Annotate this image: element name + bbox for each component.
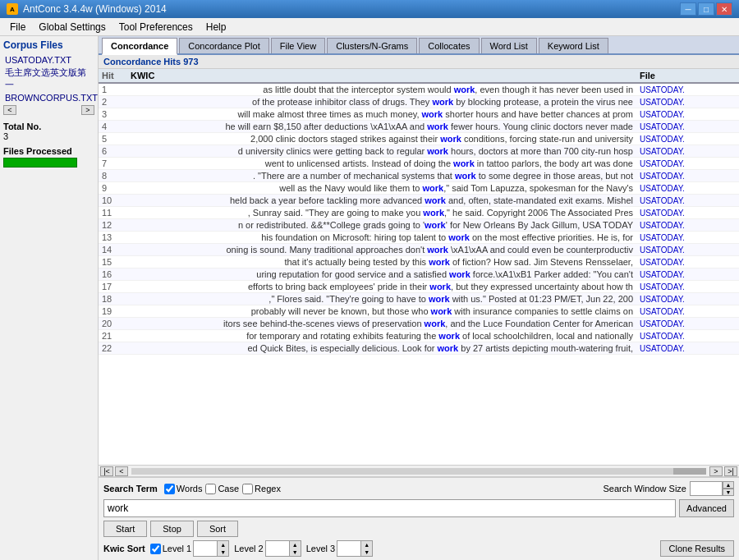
col-header-kwic: KWIC (127, 69, 636, 83)
case-label: Case (218, 484, 239, 493)
concordance-hits-count: 973 (183, 57, 198, 67)
table-row[interactable]: 14oning is sound. Many traditional appro… (99, 244, 739, 256)
table-row[interactable]: 12n or redistributed. &&**College grads … (99, 219, 739, 232)
tab-keyword-list[interactable]: Keyword List (539, 38, 608, 53)
regex-label: Regex (255, 484, 281, 493)
level3-value[interactable]: 3R (337, 541, 360, 556)
table-row[interactable]: 15that it's actually being tested by thi… (99, 256, 739, 269)
cell-file: USATODAY. (636, 182, 739, 195)
level1-value[interactable]: 1R (194, 541, 217, 556)
table-row[interactable]: 21for temporary and rotating exhibits fe… (99, 330, 739, 342)
regex-checkbox[interactable] (242, 484, 253, 494)
table-row[interactable]: 18," Flores said. "They're going to have… (99, 293, 739, 305)
table-row[interactable]: 6d university clinics were getting back … (99, 145, 739, 158)
table-row[interactable]: 17efforts to bring back employees' pride… (99, 281, 739, 293)
table-row[interactable]: 1as little doubt that the interceptor sy… (99, 83, 739, 96)
minimize-button[interactable]: ─ (680, 2, 696, 16)
cell-kwic: for temporary and rotating exhibits feat… (127, 330, 636, 342)
cell-file: USATODAY. (636, 293, 739, 305)
cell-hit: 12 (99, 219, 127, 232)
scroll-thumb (673, 468, 706, 475)
window-size-up[interactable]: ▲ (723, 481, 734, 489)
maximize-button[interactable]: □ (698, 2, 714, 16)
menu-file[interactable]: File (3, 20, 32, 34)
sidebar-file-1[interactable]: USATODAY.TXT (3, 54, 94, 66)
level3-up[interactable]: ▲ (360, 541, 372, 549)
level3-down[interactable]: ▼ (360, 549, 372, 556)
scroll-end-btn[interactable]: >| (724, 466, 737, 476)
files-label: Files Processed (3, 146, 94, 156)
menu-bar: File Global Settings Tool Preferences He… (0, 18, 739, 36)
sidebar-file-2[interactable]: 毛主席文选英文版第一 (3, 66, 94, 92)
search-input[interactable] (103, 499, 676, 517)
table-row[interactable]: 10held back a year before tackling more … (99, 195, 739, 207)
cell-hit: 4 (99, 121, 127, 133)
concordance-table-container[interactable]: Hit KWIC File 1as little doubt that the … (99, 69, 739, 465)
table-row[interactable]: 52,000 clinic doctors staged strikes aga… (99, 133, 739, 145)
table-row[interactable]: 8. "There are a number of mechanical sys… (99, 170, 739, 182)
sidebar-scroll-right[interactable]: > (81, 105, 94, 115)
tab-concordance[interactable]: Concordance (102, 38, 177, 55)
cell-file: USATODAY. (636, 219, 739, 232)
table-row[interactable]: 4he will earn $8,150 after deductions \x… (99, 121, 739, 133)
level1-up[interactable]: ▲ (217, 541, 228, 549)
level2-down[interactable]: ▼ (289, 549, 301, 556)
menu-global-settings[interactable]: Global Settings (32, 20, 112, 34)
clone-results-button[interactable]: Clone Results (660, 540, 734, 557)
level1-down[interactable]: ▼ (217, 549, 228, 556)
cell-kwic: probably will never be known, but those … (127, 305, 636, 318)
concordance-table: Hit KWIC File 1as little doubt that the … (99, 69, 739, 355)
cell-file: USATODAY. (636, 269, 739, 281)
tab-clusters-ngrams[interactable]: Clusters/N-Grams (327, 38, 417, 53)
cell-hit: 5 (99, 133, 127, 145)
table-row[interactable]: 9well as the Navy would like them to wor… (99, 182, 739, 195)
tab-collocates[interactable]: Collocates (419, 38, 479, 53)
scroll-track[interactable] (131, 468, 706, 475)
window-size-down[interactable]: ▼ (723, 489, 734, 496)
table-row[interactable]: 20itors see behind-the-scenes views of p… (99, 318, 739, 330)
table-row[interactable]: 22ed Quick Bites, is especially deliciou… (99, 342, 739, 355)
cell-hit: 13 (99, 232, 127, 244)
tab-file-view[interactable]: File View (271, 38, 325, 53)
words-checkbox[interactable] (164, 484, 175, 494)
scroll-start-btn[interactable]: |< (100, 466, 113, 476)
menu-tool-preferences[interactable]: Tool Preferences (112, 20, 200, 34)
table-row[interactable]: 16uring reputation for good service and … (99, 269, 739, 281)
cell-file: USATODAY. (636, 342, 739, 355)
level2-label: Level 2 (234, 544, 263, 553)
level2-up[interactable]: ▲ (289, 541, 301, 549)
concordance-hits-label: Concordance Hits (103, 57, 181, 67)
table-row[interactable]: 19probably will never be known, but thos… (99, 305, 739, 318)
cell-kwic: efforts to bring back employees' pride i… (127, 281, 636, 293)
start-button[interactable]: Start (103, 521, 147, 537)
sidebar-file-3[interactable]: BROWNCORPUS.TXT (3, 92, 94, 103)
menu-help[interactable]: Help (200, 20, 233, 34)
sort-button[interactable]: Sort (197, 521, 238, 537)
table-row[interactable]: 13his foundation on Microsoft: hiring to… (99, 232, 739, 244)
sidebar-title: Corpus Files (3, 39, 94, 51)
cell-hit: 3 (99, 108, 127, 121)
window-size-input[interactable]: 50 (690, 481, 723, 496)
window-size-group: Search Window Size 50 ▲ ▼ (604, 481, 735, 496)
sidebar-scroll-left[interactable]: < (3, 105, 16, 115)
level2-value[interactable]: 2R (266, 541, 289, 556)
table-row[interactable]: 2of the protease inhibitor class of drug… (99, 96, 739, 108)
close-button[interactable]: ✕ (716, 2, 732, 16)
stop-button[interactable]: Stop (150, 521, 194, 537)
concordance-header: Concordance Hits 973 (99, 55, 739, 69)
tab-concordance-plot[interactable]: Concordance Plot (179, 38, 269, 53)
table-row[interactable]: 7went to unlicensed artists. Instead of … (99, 158, 739, 170)
window-size-label: Search Window Size (604, 484, 687, 493)
cell-kwic: uring reputation for good service and a … (127, 269, 636, 281)
advanced-button[interactable]: Advanced (679, 499, 734, 517)
search-row-1: Search Term Words Case Regex (103, 481, 734, 496)
case-checkbox[interactable] (205, 484, 216, 494)
scroll-next-btn[interactable]: > (709, 466, 723, 476)
tab-word-list[interactable]: Word List (481, 38, 537, 53)
table-row[interactable]: 11, Sunray said. "They are going to make… (99, 207, 739, 219)
scroll-prev-btn[interactable]: < (115, 466, 128, 476)
horizontal-scrollbar[interactable]: |< < > >| (99, 465, 739, 476)
level1-checkbox[interactable] (150, 544, 161, 554)
table-row[interactable]: 3will make almost three times as much mo… (99, 108, 739, 121)
level1-label: Level 1 (163, 544, 191, 553)
